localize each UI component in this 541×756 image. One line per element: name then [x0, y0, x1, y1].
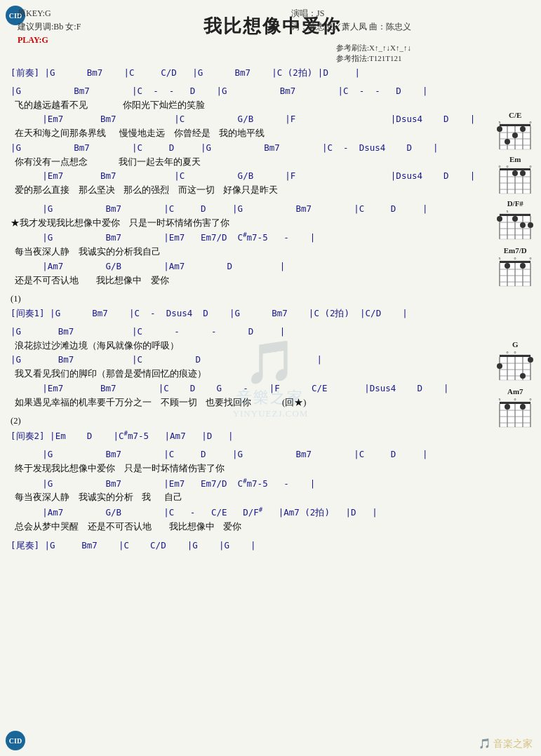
chord-row-2: Em o o — [481, 155, 541, 196]
svg-text:o: o — [530, 397, 532, 401]
svg-text:o: o — [530, 120, 532, 124]
chord-name-CE: C/E — [509, 111, 521, 119]
lyrics-11: 终于发现我比想像中爱你 只是一时坏情绪伤害了你 — [11, 462, 475, 475]
page: CID 我比想像中爱你 原KEY:G 建议男调:Bb 女:F PLAY:G 演唱… — [0, 0, 541, 756]
svg-point-87 — [497, 216, 502, 222]
svg-rect-152 — [500, 355, 530, 357]
svg-text:o: o — [507, 350, 509, 354]
chord-row-7: Am7 x o — [481, 387, 541, 431]
line-15: |G Bm7 |Em7 Em7/D C#m7-5 - | — [11, 477, 475, 491]
svg-point-162 — [528, 357, 533, 363]
line-16: |Am7 G/B |C - C/E D/F# |Am7 (2拍) |D | — [11, 506, 475, 520]
chord-box-Am7: Am7 x o — [491, 387, 539, 431]
svg-text:x: x — [507, 209, 509, 213]
svg-text:x: x — [499, 120, 501, 124]
svg-rect-48 — [500, 168, 530, 170]
lyrics-3: 你有没有一点想念 我们一起去年的夏天 — [11, 156, 475, 169]
svg-text:x: x — [499, 397, 501, 401]
chord-box-Em7D: Em7/D x o — [491, 246, 539, 290]
chord-row-4: Em7/D x o — [481, 246, 541, 290]
lyrics-9: 我又看见我们的脚印（那曾是爱情回忆的痕迹） — [11, 367, 475, 381]
lyrics-1: 飞的越远越看不见 你阳光下灿烂的笑脸 — [11, 99, 475, 112]
line-paren1: (1) — [11, 292, 475, 306]
ref-strum: 参考刷法:X↑_↑↓X↑_↑↓ — [336, 43, 411, 53]
svg-point-25 — [520, 126, 526, 132]
chord-name-DFs: D/F# — [507, 199, 523, 208]
line-14: |G Bm7 |C D |G Bm7 |C D | — [11, 448, 475, 461]
line-17: [尾奏] |G Bm7 |C C/D |G |G | — [11, 539, 475, 553]
svg-point-58 — [520, 170, 526, 176]
chord-box-F: F — [493, 293, 541, 337]
lyrics-7: 还是不可否认地 我比想像中 爱你 — [11, 274, 475, 288]
svg-point-88 — [512, 216, 518, 222]
chord-name-G: G — [512, 340, 519, 349]
lyrics-2: 在天和海之间那条界线 慢慢地走远 你曾经是 我的地平线 — [11, 127, 475, 140]
chord-box-DFs: D/F# — [491, 199, 539, 243]
lyrics-4: 爱的那么直接 那么坚决 那么的强烈 而这一切 好像只是昨天 — [11, 184, 475, 197]
chord-row-1: C/E — [481, 111, 541, 152]
line-5: |Em7 Bm7 |C G/B |F |Dsus4 D | — [11, 170, 475, 183]
svg-point-192 — [520, 404, 526, 410]
chord-row-5: F — [481, 293, 541, 337]
svg-text:o: o — [499, 164, 501, 168]
svg-rect-182 — [500, 402, 530, 404]
main-content: [前奏] |G Bm7 |C C/D |G Bm7 |C (2拍) |D | |… — [11, 67, 534, 553]
line-7: |G Bm7 |Em7 Em7/D C#m7-5 - | — [11, 231, 475, 245]
svg-point-27 — [505, 139, 510, 144]
lyrics-8: 浪花掠过沙滩边境（海风就像你的呼吸） — [11, 339, 475, 353]
chord-name-Em7D: Em7/D — [504, 246, 527, 255]
logo-bottom-left: CID — [6, 731, 25, 750]
svg-text:o: o — [530, 164, 532, 168]
lyrics-13: 总会从梦中哭醒 还是不可否认地 我比想像中 爱你 — [11, 520, 475, 534]
svg-text:o: o — [507, 164, 509, 168]
line-11: |G Bm7 |C D | — [11, 353, 475, 367]
logo-bottom-right: 🎵 音楽之家 — [479, 738, 533, 750]
line-6: |G Bm7 |C D |G Bm7 |C D | — [11, 203, 475, 216]
suggestion-key: 建议男调:Bb 女:F — [18, 20, 81, 34]
line-8: |Am7 G/B |Am7 D | — [11, 260, 475, 274]
line-9: [间奏1] |G Bm7 |C - Dsus4 D |G Bm7 |C (2拍)… — [11, 307, 475, 320]
line-10: |G Bm7 |C - - D | — [11, 325, 475, 339]
lyrics-12: 每当夜深人静 我诚实的分析 我 自己 — [11, 491, 475, 504]
lyrics-5: ★我才发现我比想像中爱你 只是一时坏情绪伤害了你 — [11, 217, 475, 230]
chord-box-CE: C/E — [491, 111, 539, 152]
chord-box-Em: Em o o — [491, 155, 539, 196]
svg-text:o: o — [530, 256, 532, 260]
chord-diagram-CE: o x — [497, 120, 533, 152]
line-1: [前奏] |G Bm7 |C C/D |G Bm7 |C (2拍) |D | — [11, 67, 475, 80]
svg-text:x: x — [499, 256, 501, 260]
svg-point-57 — [512, 170, 518, 176]
chord-name-Am7: Am7 — [507, 387, 523, 396]
svg-rect-16 — [500, 124, 530, 126]
chord-row-6: G o — [481, 340, 541, 384]
ref-finger: 参考指法:T121T121 — [336, 53, 411, 64]
svg-point-89 — [520, 222, 526, 228]
svg-rect-108 — [500, 261, 530, 263]
chord-diagrams: C — [479, 67, 541, 553]
chord-name-Em: Em — [509, 155, 521, 163]
line-13: [间奏2] |Em D |C#m7-5 |Am7 |D | — [11, 429, 475, 443]
line-12: |Em7 Bm7 |C D G - |F C/E |Dsus4 D | — [11, 382, 475, 396]
svg-rect-78 — [500, 214, 530, 216]
chord-diagram-G: o o — [497, 349, 533, 384]
chord-box-G: G o — [491, 340, 539, 384]
chord-row-3: D/F# — [481, 199, 541, 243]
original-key: 原KEY:G — [18, 7, 81, 20]
lyricist: 词：陈忠义／萧人凤 曲：陈忠义 — [291, 20, 411, 34]
svg-text:o: o — [514, 350, 516, 354]
line-4: |G Bm7 |C D |G Bm7 |C - Dsus4 D | — [11, 142, 475, 155]
line-3: |Em7 Bm7 |C G/B |F |Dsus4 D | — [11, 113, 475, 126]
line-2: |G Bm7 |C - - D |G Bm7 |C - - D | — [11, 85, 475, 98]
svg-point-28 — [497, 126, 502, 132]
play-key: PLAY:G — [18, 34, 81, 47]
sheet: [前奏] |G Bm7 |C C/D |G Bm7 |C (2拍) |D | |… — [11, 67, 479, 553]
logo-circle-bottom: CID — [6, 731, 25, 750]
svg-point-117 — [505, 263, 510, 269]
lyrics-6: 每当夜深人静 我诚实的分析我自己 — [11, 245, 475, 259]
svg-text:o: o — [514, 397, 516, 401]
meta-left: 原KEY:G 建议男调:Bb 女:F PLAY:G — [18, 7, 81, 48]
svg-point-161 — [497, 363, 502, 369]
lyrics-10: 如果遇见幸福的机率要千万分之一 不顾一切 也要找回你 (回★) — [11, 396, 475, 410]
chord-diagram-Am7: x o o — [497, 396, 533, 431]
svg-text:o: o — [514, 256, 516, 260]
